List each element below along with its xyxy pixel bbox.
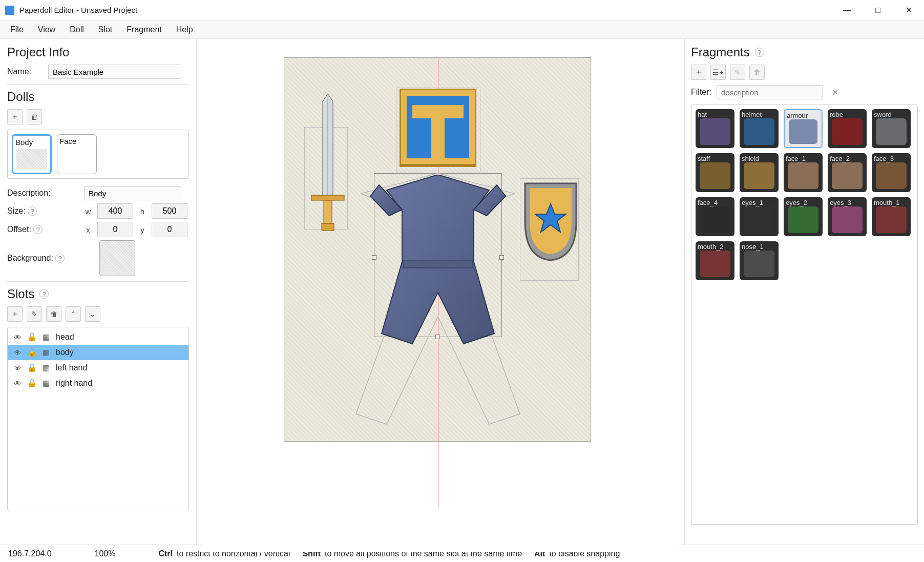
fragment-thumb	[744, 206, 774, 233]
fragment-tile-sword[interactable]: sword	[872, 109, 911, 148]
fragment-tile-label: face_4	[698, 199, 732, 206]
fragment-tile-mouth_1[interactable]: mouth_1	[872, 197, 911, 236]
lock-icon[interactable]: 🔓	[27, 363, 36, 372]
fragment-tile-staff[interactable]: staff	[696, 153, 734, 192]
maximize-button[interactable]: □	[863, 0, 893, 20]
size-h-input[interactable]	[152, 203, 187, 219]
menu-doll[interactable]: Doll	[62, 22, 91, 37]
slot-name: head	[56, 332, 74, 342]
add-multi-fragment-button[interactable]: ☰+	[710, 65, 726, 80]
workspace: Project Info Name: Dolls ＋ 🗑 Body Face D…	[0, 39, 924, 545]
fragments-heading: Fragments ?	[691, 45, 918, 59]
fragment-tile-face_3[interactable]: face_3	[872, 153, 911, 192]
fragment-thumb	[832, 162, 863, 189]
clear-filter-button[interactable]: ✕	[828, 86, 842, 99]
menu-file[interactable]: File	[3, 22, 31, 37]
doll-tile-body[interactable]: Body	[12, 134, 52, 174]
add-fragment-button[interactable]: ＋	[691, 65, 706, 80]
menu-help[interactable]: Help	[169, 22, 200, 37]
offset-x-input[interactable]	[97, 222, 133, 237]
fragment-tile-robe[interactable]: robe	[828, 109, 867, 148]
edit-fragment-button[interactable]: ✎	[730, 65, 745, 80]
delete-slot-button[interactable]: 🗑	[46, 306, 61, 322]
lock-icon[interactable]: 🔓	[27, 348, 36, 357]
fragment-tile-armour[interactable]: armour	[784, 109, 823, 148]
offset-y-label: y	[138, 225, 146, 234]
canvas[interactable]	[202, 48, 679, 552]
size-h-label: h	[138, 207, 146, 216]
move-slot-down-button[interactable]: ⌄	[85, 306, 100, 322]
help-icon[interactable]: ?	[28, 206, 37, 216]
fragment-tile-label: shield	[742, 155, 776, 162]
fragment-tile-face_2[interactable]: face_2	[828, 153, 867, 192]
menu-fragment[interactable]: Fragment	[119, 22, 169, 37]
dolls-list: Body Face	[7, 130, 189, 179]
fragment-tile-face_1[interactable]: face_1	[784, 153, 823, 192]
move-slot-up-button[interactable]: ⌃	[66, 306, 81, 322]
help-icon[interactable]: ?	[755, 48, 764, 57]
slot-row[interactable]: 👁 🔓 ▦ left hand	[8, 360, 188, 376]
status-coords: 196.7,204.0	[8, 549, 52, 558]
help-icon[interactable]: ?	[39, 289, 49, 299]
fragment-tile-nose_1[interactable]: nose_1	[740, 241, 779, 280]
menu-slot[interactable]: Slot	[91, 22, 120, 37]
add-doll-button[interactable]: ＋	[7, 109, 23, 124]
plus-icon: ＋	[11, 309, 18, 319]
fragment-helmet[interactable]	[400, 89, 476, 168]
eye-icon[interactable]: 👁	[13, 363, 22, 372]
fragment-armour[interactable]	[366, 175, 510, 349]
fragment-tile-eyes_3[interactable]: eyes_3	[828, 197, 867, 236]
list-plus-icon: ☰+	[712, 68, 723, 76]
fragment-tile-mouth_2[interactable]: mouth_2	[696, 241, 734, 280]
minimize-button[interactable]: —	[832, 0, 863, 20]
close-button[interactable]: ✕	[893, 0, 924, 20]
grid-icon[interactable]: ▦	[41, 332, 51, 342]
lock-icon[interactable]: 🔓	[27, 379, 36, 388]
edit-slot-button[interactable]: ✎	[27, 306, 42, 322]
menu-view[interactable]: View	[31, 22, 62, 37]
fragment-tile-label: mouth_2	[698, 243, 732, 251]
center-panel	[197, 39, 684, 545]
fragment-shield[interactable]	[522, 181, 579, 263]
fragment-tile-helmet[interactable]: helmet	[740, 109, 779, 148]
grid-icon[interactable]: ▦	[41, 363, 51, 372]
fragment-sword[interactable]	[307, 94, 348, 237]
background-label: Background: ?	[7, 254, 79, 263]
offset-y-input[interactable]	[152, 222, 187, 237]
fragment-tile-shield[interactable]: shield	[740, 153, 779, 192]
eye-icon[interactable]: 👁	[13, 332, 22, 342]
fragment-tile-label: staff	[698, 155, 732, 162]
trash-icon: 🗑	[31, 113, 38, 121]
fragment-tile-label: eyes_1	[742, 199, 776, 206]
slot-row[interactable]: 👁 🔓 ▦ right hand	[8, 376, 188, 391]
doll-canvas[interactable]	[284, 57, 591, 442]
fragment-thumb	[700, 206, 730, 233]
delete-doll-button[interactable]: 🗑	[27, 109, 42, 124]
eye-icon[interactable]: 👁	[13, 379, 22, 388]
fragment-tile-hat[interactable]: hat	[696, 109, 734, 148]
help-icon[interactable]: ?	[33, 225, 43, 234]
fragment-tile-face_4[interactable]: face_4	[696, 197, 734, 236]
fragment-tile-eyes_1[interactable]: eyes_1	[740, 197, 779, 236]
offset-x-label: x	[84, 225, 92, 234]
doll-tile-face[interactable]: Face	[57, 134, 97, 174]
project-name-input[interactable]	[48, 65, 181, 79]
description-input[interactable]	[84, 186, 181, 200]
trash-icon: 🗑	[50, 310, 57, 318]
grid-icon[interactable]: ▦	[41, 379, 51, 388]
filter-input[interactable]	[717, 85, 823, 99]
fragment-tile-label: helmet	[742, 111, 776, 118]
help-icon[interactable]: ?	[55, 254, 65, 263]
fragment-thumb	[700, 162, 730, 189]
grid-icon[interactable]: ▦	[41, 348, 51, 357]
size-w-input[interactable]	[97, 203, 133, 219]
project-name-label: Name:	[7, 67, 43, 76]
slot-row[interactable]: 👁 🔓 ▦ body	[8, 345, 188, 360]
lock-icon[interactable]: 🔓	[27, 332, 36, 342]
fragment-tile-eyes_2[interactable]: eyes_2	[784, 197, 823, 236]
slot-row[interactable]: 👁 🔓 ▦ head	[8, 329, 188, 345]
eye-icon[interactable]: 👁	[13, 348, 22, 357]
add-slot-button[interactable]: ＋	[7, 306, 23, 322]
background-swatch[interactable]	[99, 240, 135, 276]
delete-fragment-button[interactable]: 🗑	[749, 65, 765, 80]
